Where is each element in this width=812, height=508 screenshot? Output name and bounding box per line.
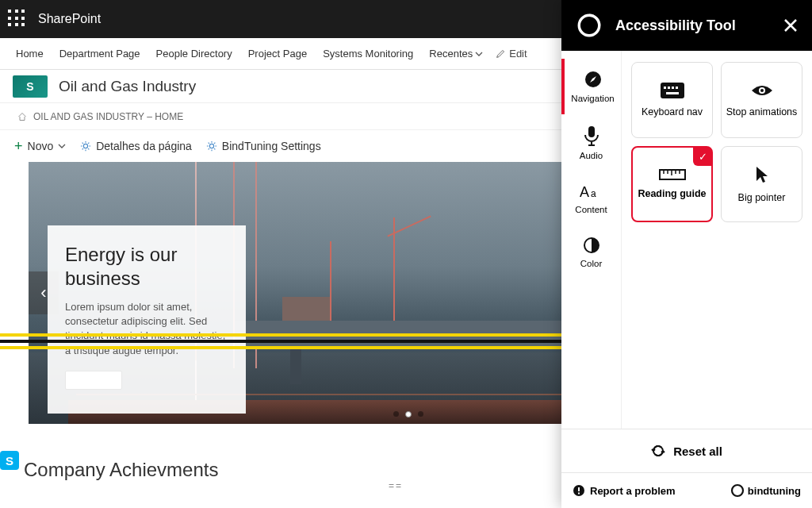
a11y-tools-grid: Keyboard nav Stop animations ✓ Reading g… — [622, 51, 812, 429]
cmd-novo[interactable]: + Novo — [14, 138, 66, 155]
compass-icon — [584, 70, 603, 89]
tab-navigation[interactable]: Navigation — [561, 59, 621, 114]
svg-rect-19 — [578, 493, 580, 495]
tool-label: Reading guide — [638, 188, 706, 199]
a11y-footer: Reset all Report a problem bindtuning — [561, 429, 812, 508]
tool-label: Keyboard nav — [642, 106, 703, 117]
dot-active[interactable] — [405, 411, 412, 418]
cmd-page-details[interactable]: Detalhes da página — [80, 140, 192, 152]
slider-dots — [393, 411, 423, 418]
a11y-header: Accessibility Tool — [561, 0, 812, 51]
report-label: Report a problem — [590, 485, 676, 497]
site-logo[interactable] — [13, 75, 48, 98]
plus-icon: + — [14, 138, 23, 155]
tool-label: Stop animations — [726, 106, 798, 117]
svg-rect-12 — [676, 87, 678, 89]
tab-label: Audio — [580, 151, 603, 160]
bindtuning-brand[interactable]: bindtuning — [730, 483, 801, 498]
reset-label: Reset all — [673, 444, 722, 458]
svg-text:a: a — [591, 188, 596, 199]
cmd-novo-label: Novo — [28, 140, 54, 152]
tab-label: Color — [580, 259, 602, 268]
tab-audio[interactable]: Audio — [561, 114, 621, 171]
gear-icon — [206, 140, 217, 152]
cmd-bindtuning-settings[interactable]: BindTuning Settings — [206, 140, 321, 152]
svg-rect-10 — [668, 87, 670, 89]
dot[interactable] — [393, 411, 399, 417]
hero-cta-button[interactable] — [65, 371, 122, 390]
tool-label: Big pointer — [738, 192, 786, 203]
brand-label: bindtuning — [748, 485, 801, 497]
bindtuning-logo-icon — [576, 12, 603, 39]
nav-recentes[interactable]: Recentes — [421, 48, 491, 60]
reset-all-button[interactable]: Reset all — [561, 429, 812, 473]
nav-edit-link[interactable]: Edit — [496, 48, 527, 60]
suite-brand: SharePoint — [38, 12, 101, 26]
nav-department[interactable]: Department Page — [52, 48, 148, 60]
check-badge: ✓ — [693, 147, 712, 166]
pencil-icon — [496, 48, 506, 59]
home-icon — [17, 112, 27, 121]
section-heading: Company Achievments — [24, 459, 218, 481]
a11y-title: Accessibility Tool — [615, 17, 771, 34]
gear-icon — [80, 140, 91, 152]
svg-point-15 — [760, 89, 764, 92]
svg-rect-4 — [588, 126, 595, 137]
svg-rect-18 — [578, 487, 580, 491]
tab-label: Navigation — [571, 94, 614, 103]
chevron-down-icon — [475, 50, 483, 58]
nav-people[interactable]: People Directory — [148, 48, 240, 60]
svg-point-20 — [732, 485, 743, 496]
cmd-page-details-label: Detalhes da página — [96, 140, 192, 152]
text-size-icon: Aa — [580, 183, 603, 200]
hero-card: Energy is our business Lorem ipsum dolor… — [48, 225, 246, 414]
bindtuning-icon — [730, 483, 745, 498]
breadcrumb-text[interactable]: OIL AND GAS INDUSTRY – HOME — [33, 111, 183, 122]
nav-edit-label: Edit — [509, 48, 527, 60]
tab-label: Content — [575, 205, 607, 214]
tool-reading-guide[interactable]: ✓ Reading guide — [631, 146, 713, 222]
tab-color[interactable]: Color — [561, 225, 621, 279]
contrast-icon — [583, 237, 600, 254]
hero-title: Energy is our business — [65, 243, 228, 291]
alert-icon — [573, 484, 585, 497]
microphone-icon — [583, 125, 600, 146]
tool-stop-animations[interactable]: Stop animations — [721, 62, 802, 138]
accessibility-panel: Accessibility Tool Navigation Audio Aa C… — [561, 0, 812, 508]
svg-text:A: A — [580, 184, 589, 200]
nav-project[interactable]: Project Page — [240, 48, 315, 60]
eye-icon — [750, 83, 774, 98]
cursor-icon — [754, 165, 770, 184]
section-drag-handle[interactable]: == — [389, 480, 403, 491]
svg-rect-11 — [672, 87, 674, 89]
svg-point-1 — [209, 144, 213, 148]
skype-icon[interactable]: S — [0, 451, 19, 470]
nav-recentes-label: Recentes — [429, 48, 473, 60]
svg-rect-13 — [666, 92, 679, 94]
chevron-down-icon — [58, 142, 66, 150]
a11y-category-tabs: Navigation Audio Aa Content Color — [561, 51, 622, 429]
tab-content[interactable]: Aa Content — [561, 171, 621, 225]
hero-body: Lorem ipsum dolor sit amet, consectetur … — [65, 300, 228, 358]
ruler-icon — [659, 169, 686, 180]
svg-rect-8 — [661, 83, 684, 98]
nav-systems[interactable]: Systems Monitoring — [315, 48, 421, 60]
site-title: Oil and Gas Industry — [59, 78, 196, 95]
tool-big-pointer[interactable]: Big pointer — [721, 146, 802, 222]
tool-keyboard-nav[interactable]: Keyboard nav — [631, 62, 713, 138]
refresh-icon — [651, 444, 665, 458]
report-problem-link[interactable]: Report a problem — [573, 484, 676, 497]
cmd-bindtuning-label: BindTuning Settings — [222, 140, 321, 152]
dot[interactable] — [418, 411, 423, 417]
keyboard-icon — [661, 83, 684, 98]
app-launcher-icon[interactable] — [8, 10, 27, 29]
nav-home[interactable]: Home — [8, 48, 52, 60]
svg-rect-9 — [664, 87, 666, 89]
close-button[interactable] — [783, 18, 798, 33]
svg-point-0 — [84, 144, 88, 148]
close-icon — [783, 18, 798, 33]
